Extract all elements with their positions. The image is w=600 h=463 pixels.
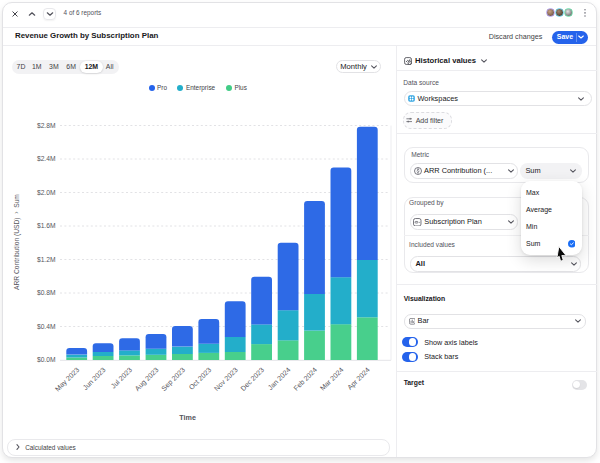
svg-text:Dec 2023: Dec 2023 <box>239 366 265 392</box>
svg-text:Mar 2024: Mar 2024 <box>319 366 345 392</box>
svg-text:Time: Time <box>179 413 196 422</box>
svg-text:Sep 2023: Sep 2023 <box>160 366 187 393</box>
svg-text:$1.2M: $1.2M <box>37 256 56 263</box>
svg-text:$0.4M: $0.4M <box>37 323 56 330</box>
svg-text:Aug 2023: Aug 2023 <box>134 366 161 393</box>
svg-text:Feb 2024: Feb 2024 <box>292 366 318 392</box>
svg-text:$1.6M: $1.6M <box>37 222 56 229</box>
svg-text:$2.8M: $2.8M <box>37 122 56 129</box>
svg-text:Apr 2024: Apr 2024 <box>346 366 372 392</box>
svg-text:$0.8M: $0.8M <box>37 289 56 296</box>
svg-text:$0.0M: $0.0M <box>37 356 56 363</box>
svg-text:May 2023: May 2023 <box>54 366 81 393</box>
svg-text:$2.4M: $2.4M <box>37 155 56 162</box>
svg-text:$2.0M: $2.0M <box>37 189 56 196</box>
svg-text:Nov 2023: Nov 2023 <box>213 366 239 392</box>
svg-text:ARR Contribution (USD) › Sum: ARR Contribution (USD) › Sum <box>13 194 21 290</box>
svg-text:Jan 2024: Jan 2024 <box>266 366 291 391</box>
svg-text:Oct 2023: Oct 2023 <box>187 366 212 391</box>
svg-text:Jun 2023: Jun 2023 <box>81 366 106 391</box>
svg-text:Jul 2023: Jul 2023 <box>110 366 134 390</box>
